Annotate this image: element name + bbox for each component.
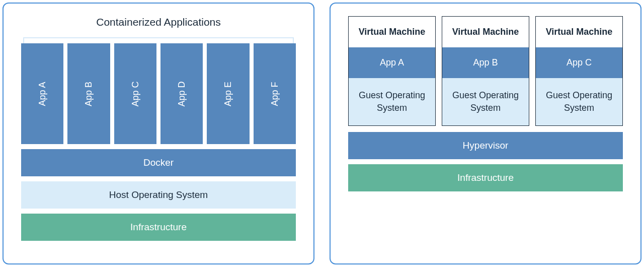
container-architecture-panel: Containerized Applications App A App B A… (3, 3, 314, 264)
vm-architecture-panel: Virtual Machine App A Guest Operating Sy… (330, 3, 641, 264)
docker-layer: Docker (21, 149, 296, 176)
container-app-f: App F (254, 43, 296, 144)
app-label: App F (269, 82, 280, 106)
hypervisor-layer: Hypervisor (348, 132, 623, 159)
container-apps-row: App A App B App C App D App E App F (21, 43, 296, 144)
bracket-decoration (23, 37, 294, 43)
app-label: App B (84, 81, 94, 106)
container-app-b: App B (67, 43, 110, 144)
container-app-c: App C (114, 43, 156, 144)
container-title: Containerized Applications (21, 16, 296, 28)
virtual-machine-c: Virtual Machine App C Guest Operating Sy… (535, 16, 623, 126)
vm-guest-os: Guest Operating System (349, 78, 435, 125)
vm-guest-os: Guest Operating System (536, 78, 622, 125)
vm-title: Virtual Machine (536, 17, 622, 47)
host-os-layer: Host Operating System (21, 181, 296, 209)
app-label: App E (223, 81, 233, 106)
app-label: App C (130, 81, 140, 106)
app-label: App A (37, 82, 48, 106)
container-app-d: App D (160, 43, 203, 144)
infrastructure-layer: Infrastructure (348, 164, 623, 191)
vm-app-label: App A (349, 47, 435, 78)
virtual-machine-b: Virtual Machine App B Guest Operating Sy… (442, 16, 529, 126)
container-app-a: App A (21, 43, 63, 144)
app-label: App D (177, 81, 187, 106)
vm-app-label: App B (442, 47, 529, 78)
vm-row: Virtual Machine App A Guest Operating Sy… (348, 16, 623, 126)
infrastructure-layer: Infrastructure (21, 214, 296, 241)
vm-title: Virtual Machine (442, 17, 529, 47)
container-app-e: App E (207, 43, 249, 144)
vm-title: Virtual Machine (349, 17, 435, 47)
virtual-machine-a: Virtual Machine App A Guest Operating Sy… (348, 16, 436, 126)
vm-guest-os: Guest Operating System (442, 78, 529, 125)
vm-app-label: App C (536, 47, 622, 78)
